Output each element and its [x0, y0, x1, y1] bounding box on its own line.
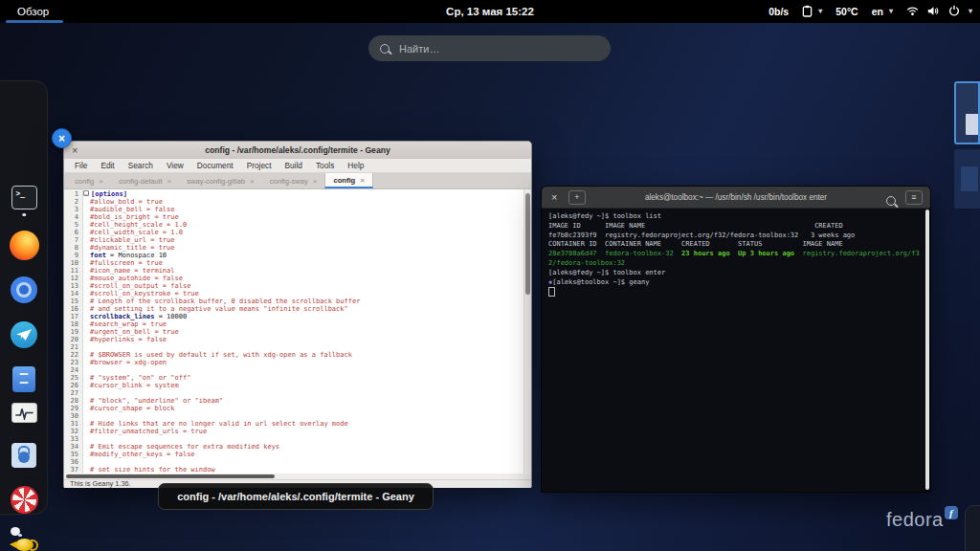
geany-menubar: FileEditSearchViewDocumentProjectBuildTo…	[64, 159, 531, 173]
volume-icon	[927, 6, 940, 18]
code-line: 32#filter_unmatched_urls = true	[64, 428, 531, 435]
geany-editor[interactable]: 1−[options]2#allow_bold = true3#audible_…	[64, 189, 531, 474]
keyboard-layout-indicator[interactable]: en ▾	[872, 0, 893, 23]
code-line: 22# $BROWSER is used by default if set, …	[64, 351, 531, 359]
system-menu[interactable]: ▾	[906, 0, 972, 23]
tab-close-icon[interactable]: ×	[250, 177, 255, 186]
code-line: 21	[64, 343, 531, 351]
terminal-line: ▪[aleks@toolbox ~]$ geany	[548, 278, 924, 288]
top-bar: Обзор Ср, 13 мая 15:22 0b/s ▾ 50°C en ▾ …	[0, 0, 980, 23]
tab-config-default[interactable]: config-default×	[111, 173, 179, 188]
window-close-icon[interactable]: ×	[551, 191, 557, 203]
menu-project[interactable]: Project	[240, 161, 278, 170]
menu-file[interactable]: File	[68, 161, 94, 170]
dock-item-software[interactable]	[0, 443, 48, 468]
geany-window-title: config - /var/home/aleks/.config/termite…	[64, 145, 531, 155]
toolbox-terminal-icon: >_	[11, 186, 37, 209]
chevron-down-icon: ▾	[889, 8, 893, 15]
window-close-icon[interactable]: ×	[72, 142, 78, 159]
menu-build[interactable]: Build	[278, 161, 308, 170]
search-icon	[380, 44, 390, 54]
terminal-scrollbar[interactable]	[925, 209, 930, 490]
fedora-wordmark: fedora	[886, 509, 944, 531]
chromium-icon	[11, 276, 37, 303]
lollypop-icon	[11, 486, 38, 514]
code-line: 27	[64, 389, 531, 397]
code-line: 29#cursor_shape = block	[64, 405, 531, 412]
code-line: 19#urgent_on_bell = true	[64, 328, 531, 336]
terminal-body[interactable]: [aleks@fedy ~]$ toolbox listIMAGE ID IMA…	[542, 208, 930, 494]
code-line: 18#search_wrap = true	[64, 320, 531, 328]
code-line: 13#scroll_on_output = false	[64, 282, 531, 290]
tab-config-sway[interactable]: config-sway×	[262, 173, 325, 188]
menu-edit[interactable]: Edit	[94, 161, 121, 170]
code-line: 9font = Monospace 10	[64, 252, 531, 259]
menu-document[interactable]: Document	[190, 161, 240, 170]
dock-item-telegram[interactable]	[0, 321, 48, 348]
code-line: 24	[64, 366, 531, 374]
search-icon	[886, 196, 896, 206]
net-speed-label: 0b/s	[768, 6, 789, 17]
dock-item-firefox[interactable]	[0, 231, 48, 260]
workspace-window-preview	[961, 166, 978, 191]
dock-item-lamp[interactable]	[0, 526, 48, 551]
tab-close-icon[interactable]: ×	[360, 176, 365, 185]
dash: >_	[0, 80, 48, 515]
code-line: 1−[options]	[64, 190, 531, 198]
terminal-menu-button[interactable]: ≡	[905, 190, 923, 205]
dock-item-lollypop[interactable]	[0, 486, 48, 514]
code-line: 37# set size hints for the window	[64, 466, 531, 474]
vertical-scrollbar-thumb[interactable]	[525, 193, 530, 295]
geany-tabbar: config×config-default×sway-config-gitlab…	[64, 173, 531, 189]
telegram-icon	[11, 321, 37, 348]
search-input[interactable]	[397, 42, 573, 55]
fold-icon[interactable]: −	[83, 190, 89, 196]
terminal-line: [aleks@fedy ~]$ toolbox enter	[548, 269, 924, 278]
menu-help[interactable]: Help	[341, 161, 370, 170]
vertical-scrollbar[interactable]	[523, 189, 531, 474]
tab-config[interactable]: config×	[324, 173, 372, 188]
lamp-icon	[8, 526, 40, 551]
tab-close-icon[interactable]: ×	[167, 177, 172, 186]
search-bar[interactable]	[368, 35, 611, 61]
overview-close-button[interactable]: ×	[52, 128, 72, 148]
clipboard-indicator[interactable]: ▾	[802, 0, 822, 23]
code-line: 11#icon_name = terminal	[64, 267, 531, 275]
code-line: 14#scroll_on_keystroke = true	[64, 290, 531, 298]
power-icon	[948, 5, 960, 18]
chevron-down-icon: ▾	[818, 8, 822, 15]
dock-item-system-monitor[interactable]	[0, 403, 48, 423]
terminal-line	[548, 287, 924, 298]
firefox-icon	[10, 231, 39, 260]
chevron-down-icon: ▾	[969, 8, 972, 15]
fedora-f-icon: f	[945, 506, 958, 519]
tab-close-icon[interactable]: ×	[313, 177, 318, 186]
workspace-thumbnail-2[interactable]	[954, 149, 980, 209]
dock-item-toolbox-terminal[interactable]: >_	[0, 186, 48, 209]
terminal-window[interactable]: × + aleks@toolbox:~ — /usr/bin/sh /usr/b…	[541, 186, 931, 493]
code-line: 15# Length of the scrollback buffer, 0 d…	[64, 298, 531, 305]
terminal-line: fe7b8c2393f9 registry.fedoraproject.org/…	[548, 231, 924, 241]
dock-item-files[interactable]	[0, 366, 48, 392]
menu-search[interactable]: Search	[122, 161, 160, 170]
tab-close-icon[interactable]: ×	[99, 177, 103, 186]
terminal-headerbar[interactable]: × + aleks@toolbox:~ — /usr/bin/sh /usr/b…	[542, 187, 930, 209]
system-monitor-icon	[11, 403, 37, 423]
new-tab-button[interactable]: +	[568, 190, 586, 205]
geany-titlebar[interactable]: × config - /var/home/aleks/.config/termi…	[64, 142, 531, 160]
geany-window[interactable]: × config - /var/home/aleks/.config/termi…	[63, 141, 532, 488]
horizontal-scrollbar-thumb[interactable]	[66, 474, 275, 478]
code-line: 25# "system", "on" or "off"	[64, 374, 531, 382]
tab-label: sway-config-gitlab	[187, 177, 245, 186]
wifi-icon	[906, 6, 919, 18]
code-line: 7#clickable_url = true	[64, 236, 531, 244]
terminal-line: 2/fedora-toolbox:32	[548, 259, 924, 269]
terminal-line: [aleks@fedy ~]$ toolbox list	[548, 212, 924, 222]
tab-sway-config-gitlab[interactable]: sway-config-gitlab×	[179, 173, 261, 188]
workspace-thumbnail-1[interactable]	[954, 81, 980, 144]
dock-item-chromium[interactable]	[0, 276, 48, 303]
code-line: 6#cell_width_scale = 1.0	[64, 229, 531, 236]
menu-tools[interactable]: Tools	[309, 161, 341, 170]
menu-view[interactable]: View	[160, 161, 190, 170]
tab-config[interactable]: config×	[67, 173, 111, 188]
